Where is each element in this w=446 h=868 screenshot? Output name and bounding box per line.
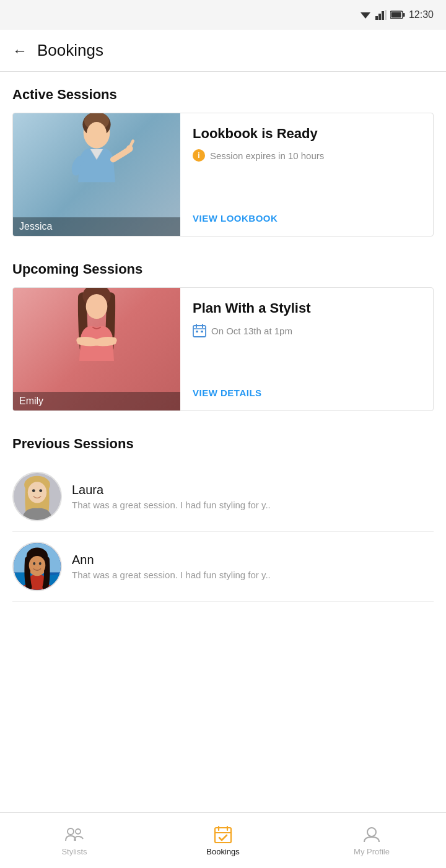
calendar-icon (193, 324, 206, 337)
svg-rect-7 (391, 12, 401, 18)
svg-point-26 (39, 489, 42, 492)
emily-card-image: Emily (13, 288, 180, 410)
stylists-nav-label: Stylists (61, 847, 87, 856)
jessica-card-info: Lookbook is Ready i Session expires in 1… (180, 113, 433, 236)
svg-point-14 (86, 294, 108, 319)
svg-point-32 (29, 556, 46, 575)
svg-point-25 (32, 489, 35, 492)
jessica-name-overlay: Jessica (13, 217, 180, 236)
page-title: Bookings (37, 41, 103, 60)
svg-rect-4 (385, 10, 387, 20)
status-time: 12:30 (409, 9, 434, 20)
svg-point-36 (76, 829, 81, 834)
svg-rect-19 (196, 331, 198, 332)
list-item[interactable]: Ann That was a great session. I had fun … (12, 532, 434, 602)
laura-info: Laura That was a great session. I had fu… (72, 483, 271, 510)
jessica-card-image: Jessica (13, 113, 180, 236)
jessica-meta-text: Session expires in 10 hours (210, 150, 324, 161)
ann-avatar (12, 542, 62, 591)
previous-sessions-section: Previous Sessions (12, 436, 434, 602)
active-sessions-section: Active Sessions (12, 87, 434, 237)
svg-point-24 (28, 482, 46, 503)
previous-sessions-list: Laura That was a great session. I had fu… (12, 462, 434, 602)
svg-point-35 (68, 828, 74, 835)
ann-info: Ann That was a great session. I had fun … (72, 553, 271, 580)
svg-rect-20 (201, 331, 203, 332)
bookings-icon (213, 825, 233, 844)
jessica-session-meta: i Session expires in 10 hours (193, 149, 421, 162)
upcoming-session-card: Emily Plan With a Stylist On (12, 287, 434, 411)
nav-item-bookings[interactable]: Bookings (149, 825, 297, 856)
active-session-card: Jessica Lookbook is Ready i Session expi… (12, 113, 434, 237)
svg-rect-6 (403, 13, 404, 17)
svg-rect-1 (375, 16, 378, 20)
ann-avatar-inner (14, 543, 61, 590)
upcoming-sessions-section: Upcoming Sessions (12, 261, 434, 411)
view-details-button[interactable]: VIEW DETAILS (193, 388, 421, 398)
laura-name: Laura (72, 483, 271, 497)
svg-point-11 (87, 122, 107, 145)
laura-message: That was a great session. I had fun styl… (72, 500, 271, 510)
list-item[interactable]: Laura That was a great session. I had fu… (12, 462, 434, 532)
ann-name: Ann (72, 553, 271, 567)
ann-avatar-image (14, 542, 61, 591)
emily-meta-text: On Oct 13th at 1pm (211, 326, 292, 336)
bookings-nav-label: Bookings (206, 847, 239, 856)
previous-sessions-title: Previous Sessions (12, 436, 434, 452)
svg-rect-2 (378, 14, 381, 20)
back-button[interactable]: ← (12, 42, 27, 59)
emily-info-top: Plan With a Stylist On Oct 13th at 1pm (193, 300, 421, 388)
info-icon: i (193, 149, 205, 162)
jessica-card-title: Lookbook is Ready (193, 126, 421, 142)
laura-avatar (12, 472, 62, 521)
battery-icon (390, 11, 405, 19)
jessica-figure (35, 113, 159, 224)
laura-avatar-image (14, 472, 61, 521)
emily-card-title: Plan With a Stylist (193, 300, 421, 316)
signal-icon (375, 10, 387, 20)
main-content: Active Sessions (0, 72, 446, 664)
top-bar: ← Bookings (0, 30, 446, 72)
status-icons: 12:30 (359, 9, 434, 20)
emily-card-info: Plan With a Stylist On Oct 13th at 1pm (180, 288, 433, 410)
stylists-icon (64, 825, 84, 844)
profile-nav-label: My Profile (354, 847, 390, 856)
emily-session-meta: On Oct 13th at 1pm (193, 324, 421, 337)
upcoming-sessions-title: Upcoming Sessions (12, 261, 434, 277)
svg-rect-3 (382, 11, 384, 20)
emily-name-overlay: Emily (13, 392, 180, 410)
ann-message: That was a great session. I had fun styl… (72, 570, 271, 580)
nav-item-stylists[interactable]: Stylists (0, 825, 149, 856)
profile-icon (362, 825, 382, 844)
status-bar: 12:30 (0, 0, 446, 30)
jessica-info-top: Lookbook is Ready i Session expires in 1… (193, 126, 421, 213)
view-lookbook-button[interactable]: VIEW LOOKBOOK (193, 213, 421, 224)
bottom-nav: Stylists Bookings My Profile (0, 812, 446, 868)
svg-point-34 (39, 562, 42, 565)
svg-point-41 (367, 828, 376, 836)
active-sessions-title: Active Sessions (12, 87, 434, 103)
emily-figure (35, 288, 159, 398)
nav-item-profile[interactable]: My Profile (297, 825, 446, 856)
svg-rect-15 (193, 326, 206, 337)
svg-point-33 (33, 562, 35, 565)
laura-avatar-inner (14, 473, 61, 520)
wifi-icon (359, 10, 372, 20)
svg-rect-37 (215, 828, 231, 843)
svg-marker-0 (361, 12, 370, 19)
